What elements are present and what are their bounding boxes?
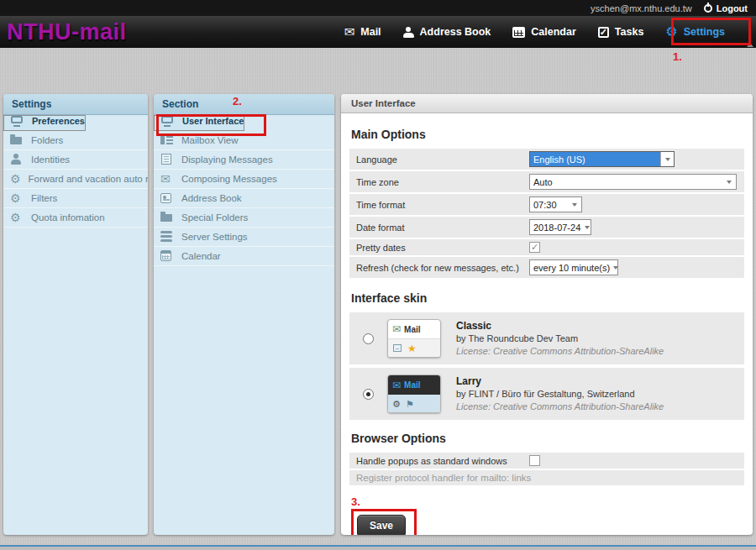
power-icon xyxy=(704,4,712,13)
larry-radio[interactable] xyxy=(363,389,374,400)
chevron-down-icon xyxy=(568,197,581,212)
larry-skin-name: Larry xyxy=(456,375,664,388)
monitor-icon xyxy=(11,116,24,128)
document-icon xyxy=(160,154,174,165)
item-label: Forward and vacation auto re xyxy=(29,174,148,184)
item-label: Displaying Messages xyxy=(181,155,273,165)
nav-address-book[interactable]: Address Book xyxy=(392,16,502,48)
item-label: Mailbox View xyxy=(181,135,239,145)
chevron-down-icon xyxy=(722,175,736,189)
nav-address-book-label: Address Book xyxy=(420,26,491,38)
gear-icon: ⚙ xyxy=(392,399,401,410)
mail-icon: ✉ xyxy=(392,323,401,335)
date-format-select[interactable]: 2018-07-24 xyxy=(529,219,591,235)
classic-skin-name: Classic xyxy=(456,319,664,333)
settings-item-filters[interactable]: ⚙ Filters xyxy=(3,189,148,208)
settings-item-quota[interactable]: ⚙ Quota infomation xyxy=(3,208,148,228)
row-mailto-handler: Register protocol handler for mailto: li… xyxy=(349,470,744,485)
nav-tasks[interactable]: ✓ Tasks xyxy=(587,16,655,48)
main-options-heading: Main Options xyxy=(351,128,744,141)
section-item-special-folders[interactable]: Special Folders xyxy=(154,208,334,228)
settings-item-forward-vacation[interactable]: ⚙ Forward and vacation auto re xyxy=(3,170,148,189)
section-panel-title: Section xyxy=(154,94,334,115)
pretty-dates-label: Pretty dates xyxy=(356,243,529,253)
annotation-step-1: 1. xyxy=(673,50,682,63)
server-icon xyxy=(160,231,174,243)
thumb-label: Mail xyxy=(404,380,420,390)
section-item-composing-messages[interactable]: ✉ Composing Messages xyxy=(154,170,334,189)
date-format-value: 2018-07-24 xyxy=(530,220,584,234)
nav-calendar-label: Calendar xyxy=(531,26,576,38)
section-item-calendar[interactable]: Calendar xyxy=(154,247,334,266)
refresh-value: every 10 minute(s) xyxy=(530,260,613,275)
compose-mail-icon: ✉ xyxy=(160,173,174,185)
row-popups: Handle popups as standard windows xyxy=(349,453,744,469)
item-label: Identities xyxy=(31,155,70,165)
thumb-label: Mail xyxy=(404,325,420,334)
browser-options-heading: Browser Options xyxy=(351,432,744,445)
gear-icon: ⚙ xyxy=(10,192,24,204)
larry-skin-thumbnail: ✉ Mail ⚙ ⚑ xyxy=(387,375,441,413)
person-icon xyxy=(403,27,414,38)
section-panel: Section User Interface Mailbox View Disp… xyxy=(154,94,334,535)
item-label: Quota infomation xyxy=(31,212,105,223)
language-select[interactable]: English (US) xyxy=(529,151,675,167)
pretty-dates-checkbox[interactable]: ✓ xyxy=(529,242,540,253)
mail-icon: ✉ xyxy=(344,26,355,39)
item-label: Special Folders xyxy=(181,212,248,223)
folder-icon xyxy=(160,212,174,223)
interface-skin-heading: Interface skin xyxy=(351,291,744,305)
save-button[interactable]: Save xyxy=(357,515,406,535)
gear-icon: ⚙ xyxy=(665,25,677,39)
popups-checkbox[interactable] xyxy=(529,455,540,466)
classic-skin-thumbnail: ✉ Mail ★ xyxy=(387,319,441,358)
app-logo: NTHU-mail xyxy=(0,19,127,45)
nav-mail-label: Mail xyxy=(360,26,381,38)
gear-icon: ⚙ xyxy=(10,173,21,185)
mailto-handler-link[interactable]: Register protocol handler for mailto: li… xyxy=(356,473,531,483)
section-item-mailbox-view[interactable]: Mailbox View xyxy=(154,131,334,150)
classic-radio[interactable] xyxy=(363,333,374,344)
settings-item-preferences[interactable]: Preferences xyxy=(3,115,86,131)
section-item-address-book[interactable]: Address Book xyxy=(154,189,334,208)
main-nav: ✉ Mail Address Book Calendar ✓ Tasks ⚙ S… xyxy=(333,16,756,48)
settings-item-folders[interactable]: Folders xyxy=(3,131,148,150)
row-time-format: Time format 07:30 xyxy=(349,194,744,215)
app-header: NTHU-mail ✉ Mail Address Book Calendar ✓… xyxy=(0,16,756,48)
classic-skin-license: License: Creative Commons Attribution-Sh… xyxy=(456,345,664,358)
chevron-down-icon xyxy=(660,152,674,166)
time-format-select[interactable]: 07:30 xyxy=(529,196,582,212)
user-email: yschen@mx.nthu.edu.tw xyxy=(591,3,692,13)
row-language: Language English (US) xyxy=(349,149,744,170)
folder-icon xyxy=(10,134,24,146)
top-bar: yschen@mx.nthu.edu.tw Logout xyxy=(0,0,756,16)
language-label: Language xyxy=(356,155,529,165)
mail-icon: ✉ xyxy=(392,380,401,391)
skin-option-classic[interactable]: ✉ Mail ★ Classic by The Roundcube Dev Te… xyxy=(349,312,744,364)
settings-panel-title: Settings xyxy=(3,94,148,115)
columns-icon xyxy=(160,134,174,146)
settings-list: Preferences Folders Identities ⚙ Forward… xyxy=(3,115,148,228)
collapse-arrow-icon[interactable] xyxy=(747,43,753,47)
time-format-label: Time format xyxy=(356,200,529,210)
timezone-select[interactable]: Auto xyxy=(529,174,737,190)
popups-label: Handle popups as standard windows xyxy=(356,456,529,466)
row-refresh: Refresh (check for new messages, etc.) e… xyxy=(349,257,744,278)
item-label: Filters xyxy=(31,193,57,203)
logout-button[interactable]: Logout xyxy=(704,3,748,13)
section-item-displaying-messages[interactable]: Displaying Messages xyxy=(154,150,334,170)
annotation-step-3: 3. xyxy=(351,495,744,508)
nav-settings[interactable]: ⚙ Settings xyxy=(654,16,736,48)
settings-item-identities[interactable]: Identities xyxy=(3,150,148,170)
classic-skin-author: by The Roundcube Dev Team xyxy=(456,333,664,345)
date-format-label: Date format xyxy=(356,223,529,233)
star-icon: ★ xyxy=(407,343,417,354)
section-item-user-interface[interactable]: User Interface xyxy=(154,115,244,131)
nav-mail[interactable]: ✉ Mail xyxy=(333,16,392,48)
skin-option-larry[interactable]: ✉ Mail ⚙ ⚑ Larry by FLINT / Büro für Ges… xyxy=(349,368,744,420)
section-item-server-settings[interactable]: Server Settings xyxy=(154,228,334,247)
chevron-down-icon xyxy=(613,260,618,275)
nav-calendar[interactable]: Calendar xyxy=(501,16,587,48)
settings-panel: Settings Preferences Folders Identities … xyxy=(3,94,148,535)
refresh-select[interactable]: every 10 minute(s) xyxy=(529,259,618,275)
